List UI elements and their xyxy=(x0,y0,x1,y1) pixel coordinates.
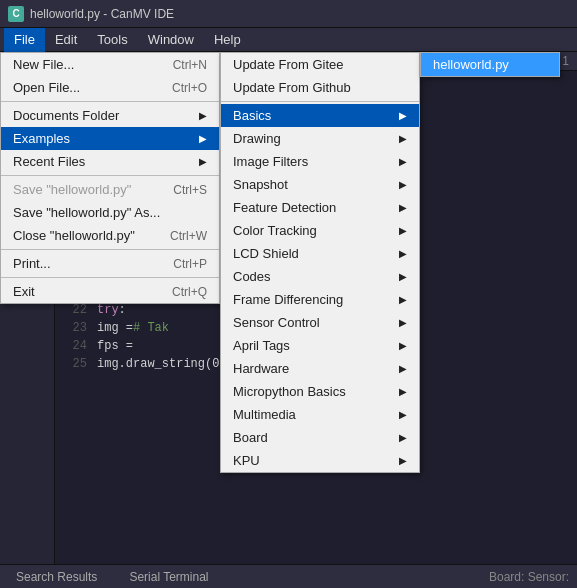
new-file-item[interactable]: New File... Ctrl+N xyxy=(1,53,219,76)
helloworld-item[interactable]: helloworld.py xyxy=(421,53,559,76)
color-tracking-item[interactable]: Color Tracking ▶ xyxy=(221,219,419,242)
update-github-item[interactable]: Update From Github xyxy=(221,76,419,99)
update-gitee-item[interactable]: Update From Gitee xyxy=(221,53,419,76)
drawing-item[interactable]: Drawing ▶ xyxy=(221,127,419,150)
frame-differencing-item[interactable]: Frame Differencing ▶ xyxy=(221,288,419,311)
serial-terminal-tab[interactable]: Serial Terminal xyxy=(121,568,216,586)
examples-item[interactable]: Examples ▶ xyxy=(1,127,219,150)
lcd-shield-item[interactable]: LCD Shield ▶ xyxy=(221,242,419,265)
recent-files-item[interactable]: Recent Files ▶ xyxy=(1,150,219,173)
kpu-item[interactable]: KPU ▶ xyxy=(221,449,419,472)
save-item: Save "helloworld.py" Ctrl+S xyxy=(1,178,219,201)
codes-item[interactable]: Codes ▶ xyxy=(221,265,419,288)
menu-help[interactable]: Help xyxy=(204,28,251,52)
search-results-tab[interactable]: Search Results xyxy=(8,568,105,586)
print-item[interactable]: Print... Ctrl+P xyxy=(1,252,219,275)
status-bar: Search Results Serial Terminal Board: Se… xyxy=(0,564,577,588)
title-text: helloworld.py - CanMV IDE xyxy=(30,7,174,21)
separator-ex xyxy=(221,101,419,102)
april-tags-item[interactable]: April Tags ▶ xyxy=(221,334,419,357)
menu-bar: File Edit Tools Window Help xyxy=(0,28,577,52)
menu-edit[interactable]: Edit xyxy=(45,28,87,52)
examples-submenu: Update From Gitee Update From Github Bas… xyxy=(220,52,420,473)
multimedia-item[interactable]: Multimedia ▶ xyxy=(221,403,419,426)
feature-detection-item[interactable]: Feature Detection ▶ xyxy=(221,196,419,219)
separator-3 xyxy=(1,249,219,250)
open-file-item[interactable]: Open File... Ctrl+O xyxy=(1,76,219,99)
documents-folder-item[interactable]: Documents Folder ▶ xyxy=(1,104,219,127)
snapshot-item[interactable]: Snapshot ▶ xyxy=(221,173,419,196)
save-as-item[interactable]: Save "helloworld.py" As... xyxy=(1,201,219,224)
title-bar: C helloworld.py - CanMV IDE xyxy=(0,0,577,28)
menu-window[interactable]: Window xyxy=(138,28,204,52)
menu-file[interactable]: File xyxy=(4,28,45,52)
micropython-basics-item[interactable]: Micropython Basics ▶ xyxy=(221,380,419,403)
close-item[interactable]: Close "helloworld.py" Ctrl+W xyxy=(1,224,219,247)
board-item[interactable]: Board ▶ xyxy=(221,426,419,449)
separator-4 xyxy=(1,277,219,278)
exit-item[interactable]: Exit Ctrl+Q xyxy=(1,280,219,303)
menu-tools[interactable]: Tools xyxy=(87,28,137,52)
basics-item[interactable]: Basics ▶ xyxy=(221,104,419,127)
file-menu-dropdown: New File... Ctrl+N Open File... Ctrl+O D… xyxy=(0,52,220,304)
separator-1 xyxy=(1,101,219,102)
separator-2 xyxy=(1,175,219,176)
board-sensor-status: Board: Sensor: xyxy=(489,570,569,584)
sensor-control-item[interactable]: Sensor Control ▶ xyxy=(221,311,419,334)
image-filters-item[interactable]: Image Filters ▶ xyxy=(221,150,419,173)
basics-submenu: helloworld.py xyxy=(420,52,560,77)
app-icon: C xyxy=(8,6,24,22)
hardware-item[interactable]: Hardware ▶ xyxy=(221,357,419,380)
